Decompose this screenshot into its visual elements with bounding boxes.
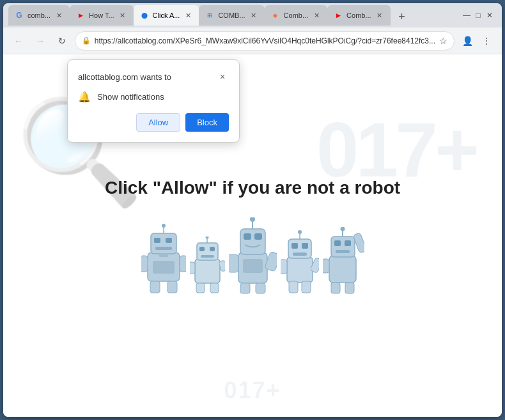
page-content: 🔍 017+ 017+ allcottablog.com wants to × …	[3, 54, 502, 417]
svg-rect-22	[190, 262, 195, 274]
tab-2-close[interactable]: ✕	[118, 11, 127, 20]
svg-point-3	[162, 224, 166, 228]
address-bar: ← → ↻ 🔒 https://allcottablog.com/XPeSr6_…	[3, 27, 502, 54]
tab-3-label: Click A...	[153, 12, 180, 19]
tab-5-favicon: ◆	[271, 11, 280, 20]
tab-4-favicon: ⊞	[205, 11, 214, 20]
tab-4[interactable]: ⊞ COMB... ✕	[199, 5, 264, 26]
tabs-area: G comb... ✕ ▶ How T... ✕ ⬤ Click A... ✕ …	[8, 5, 460, 26]
title-bar: G comb... ✕ ▶ How T... ✕ ⬤ Click A... ✕ …	[3, 3, 502, 27]
svg-rect-41	[293, 253, 307, 256]
svg-rect-47	[331, 237, 355, 257]
tab-5-label: Comb...	[284, 12, 309, 19]
svg-rect-39	[291, 243, 298, 249]
tab-3-close[interactable]: ✕	[183, 11, 192, 20]
bell-icon: 🔔	[78, 91, 91, 103]
tab-1[interactable]: G comb... ✕	[8, 5, 70, 26]
url-bar[interactable]: 🔒 https://allcottablog.com/XPeSr6_MWxaw9…	[75, 31, 454, 51]
svg-rect-35	[287, 257, 313, 283]
svg-rect-25	[240, 229, 265, 254]
svg-rect-44	[281, 260, 287, 274]
main-headline: Click "Allow" if you are not a robot	[105, 178, 400, 198]
toolbar-icons: 👤 ⋮	[458, 32, 495, 50]
svg-rect-10	[167, 281, 177, 293]
minimize-button[interactable]: —	[462, 11, 471, 20]
svg-rect-5	[166, 238, 172, 243]
popup-permission: 🔔 Show notifications	[78, 91, 229, 103]
svg-rect-19	[201, 255, 214, 258]
menu-icon[interactable]: ⋮	[478, 32, 495, 50]
window-controls: — □ ✕	[462, 11, 494, 20]
lock-icon: 🔒	[82, 36, 91, 45]
svg-rect-30	[243, 259, 263, 273]
svg-rect-32	[256, 283, 265, 293]
svg-rect-11	[141, 256, 148, 272]
notification-popup: allcottablog.com wants to × 🔔 Show notif…	[67, 59, 240, 143]
svg-rect-53	[331, 283, 340, 293]
svg-rect-50	[334, 240, 341, 246]
svg-rect-43	[302, 281, 311, 293]
block-button[interactable]: Block	[185, 113, 229, 132]
tab-6[interactable]: ▶ Comb... ✕	[327, 5, 391, 26]
reload-button[interactable]: ↻	[53, 32, 71, 50]
bookmark-icon[interactable]: ☆	[439, 36, 447, 46]
allow-button[interactable]: Allow	[136, 113, 180, 132]
tab-5[interactable]: ◆ Comb... ✕	[265, 5, 328, 26]
svg-point-38	[298, 230, 302, 234]
svg-rect-29	[254, 233, 262, 240]
profile-icon[interactable]: 👤	[458, 32, 476, 50]
svg-point-27	[250, 217, 255, 222]
svg-rect-55	[323, 259, 329, 273]
svg-point-49	[340, 227, 345, 231]
back-button[interactable]: ←	[10, 32, 27, 50]
svg-rect-42	[289, 281, 298, 293]
tab-4-label: COMB...	[218, 12, 245, 19]
tab-6-label: Comb...	[346, 12, 371, 19]
maximize-button[interactable]: □	[474, 11, 483, 20]
tab-5-close[interactable]: ✕	[312, 11, 321, 20]
robots-container	[141, 217, 364, 294]
svg-rect-51	[345, 240, 351, 246]
svg-rect-7	[159, 253, 168, 257]
forward-button[interactable]: →	[31, 32, 49, 50]
svg-rect-4	[154, 238, 160, 243]
robot-4	[281, 230, 319, 294]
svg-rect-31	[240, 283, 250, 293]
robot-1	[141, 224, 186, 294]
new-tab-button[interactable]: +	[393, 8, 411, 26]
svg-rect-54	[345, 283, 354, 293]
tab-1-favicon: G	[15, 11, 24, 20]
svg-rect-1	[151, 233, 176, 254]
tab-6-close[interactable]: ✕	[375, 11, 384, 20]
tab-2[interactable]: ▶ How T... ✕	[70, 5, 134, 26]
svg-rect-46	[329, 256, 356, 283]
svg-point-16	[205, 237, 208, 239]
robot-3	[229, 217, 277, 294]
tab-1-label: comb...	[27, 12, 50, 19]
svg-rect-40	[302, 243, 308, 249]
tab-1-close[interactable]: ✕	[54, 11, 63, 20]
svg-rect-8	[153, 261, 175, 274]
svg-rect-28	[244, 233, 251, 240]
url-text: https://allcottablog.com/XPeSr6_MWxaw9xl…	[95, 36, 435, 45]
svg-rect-6	[155, 247, 172, 250]
robot-5	[323, 227, 364, 294]
svg-rect-17	[199, 247, 205, 251]
robot-2	[190, 237, 225, 294]
tab-2-label: How T...	[89, 12, 114, 19]
browser-window: G comb... ✕ ▶ How T... ✕ ⬤ Click A... ✕ …	[3, 3, 502, 417]
tab-3[interactable]: ⬤ Click A... ✕	[134, 5, 199, 26]
svg-rect-33	[229, 254, 238, 272]
svg-rect-13	[195, 259, 220, 283]
svg-rect-21	[210, 283, 219, 293]
tab-6-favicon: ▶	[334, 11, 343, 20]
popup-actions: Allow Block	[78, 113, 229, 132]
tab-4-close[interactable]: ✕	[249, 11, 258, 20]
popup-close-button[interactable]: ×	[216, 70, 229, 83]
svg-rect-18	[210, 247, 215, 251]
close-button[interactable]: ✕	[485, 11, 494, 20]
svg-rect-52	[336, 250, 350, 253]
popup-title: allcottablog.com wants to	[78, 72, 171, 82]
permission-text: Show notifications	[97, 92, 164, 102]
tab-3-favicon: ⬤	[140, 11, 149, 20]
